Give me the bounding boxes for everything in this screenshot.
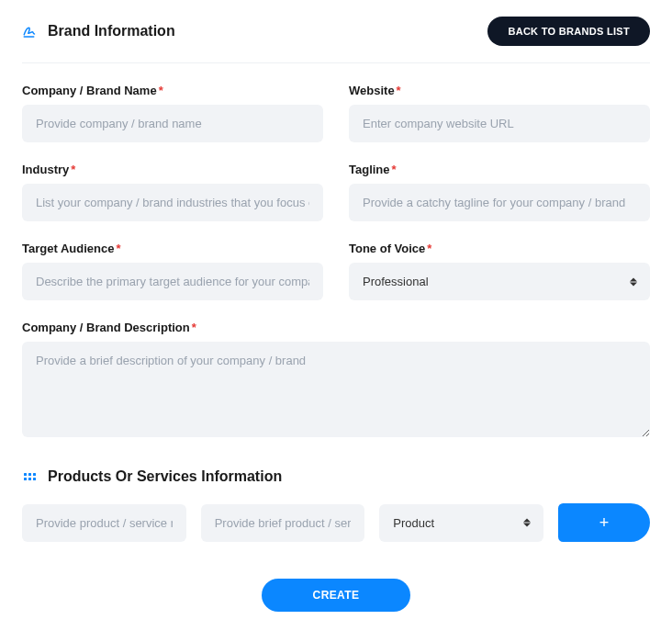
create-row: CREATE bbox=[22, 579, 650, 612]
website-input[interactable] bbox=[349, 105, 650, 142]
products-section-title: Products Or Services Information bbox=[48, 468, 282, 485]
label-text: Tone of Voice bbox=[349, 242, 425, 255]
label-tone: Tone of Voice* bbox=[349, 242, 650, 255]
label-text: Company / Brand Name bbox=[22, 84, 157, 97]
svg-rect-0 bbox=[24, 473, 27, 476]
required-marker: * bbox=[159, 84, 163, 97]
product-name-input[interactable] bbox=[22, 504, 186, 542]
brand-form: Company / Brand Name* Website* Industry*… bbox=[22, 84, 650, 437]
create-button[interactable]: CREATE bbox=[262, 579, 411, 612]
signature-icon bbox=[22, 23, 39, 39]
svg-rect-3 bbox=[24, 478, 27, 480]
description-textarea[interactable] bbox=[22, 342, 650, 437]
plus-icon: + bbox=[599, 513, 610, 533]
header-left: Brand Information bbox=[22, 23, 175, 39]
label-company-name: Company / Brand Name* bbox=[22, 84, 323, 97]
tone-select[interactable]: Professional bbox=[349, 263, 650, 300]
required-marker: * bbox=[392, 163, 397, 176]
back-to-brands-button[interactable]: BACK TO BRANDS LIST bbox=[487, 17, 650, 46]
label-text: Target Audience bbox=[22, 242, 114, 255]
svg-rect-4 bbox=[28, 478, 31, 480]
required-marker: * bbox=[71, 163, 75, 176]
label-tagline: Tagline* bbox=[349, 163, 650, 176]
field-tagline: Tagline* bbox=[349, 163, 650, 221]
sort-icon bbox=[630, 277, 637, 286]
required-marker: * bbox=[116, 242, 120, 255]
label-description: Company / Brand Description* bbox=[22, 321, 650, 334]
label-text: Industry bbox=[22, 163, 69, 176]
sort-icon bbox=[523, 519, 531, 527]
add-product-button[interactable]: + bbox=[558, 503, 650, 542]
svg-rect-5 bbox=[33, 478, 36, 480]
product-type-select[interactable]: Product bbox=[379, 504, 543, 542]
tagline-input[interactable] bbox=[349, 184, 650, 221]
required-marker: * bbox=[427, 242, 431, 255]
field-audience: Target Audience* bbox=[22, 242, 323, 300]
grid-icon bbox=[22, 468, 39, 485]
required-marker: * bbox=[192, 321, 196, 334]
field-company-name: Company / Brand Name* bbox=[22, 84, 323, 142]
page-title: Brand Information bbox=[48, 23, 175, 39]
label-text: Company / Brand Description bbox=[22, 321, 190, 334]
field-website: Website* bbox=[349, 84, 650, 142]
form-container: Brand Information BACK TO BRANDS LIST Co… bbox=[0, 0, 672, 634]
industry-input[interactable] bbox=[22, 184, 323, 221]
field-description: Company / Brand Description* bbox=[22, 321, 650, 437]
svg-rect-2 bbox=[33, 473, 36, 476]
field-tone: Tone of Voice* Professional bbox=[349, 242, 650, 300]
tone-selected-value: Professional bbox=[349, 263, 650, 300]
label-audience: Target Audience* bbox=[22, 242, 323, 255]
svg-rect-1 bbox=[28, 473, 31, 476]
field-industry: Industry* bbox=[22, 163, 323, 221]
products-section-header: Products Or Services Information bbox=[22, 468, 650, 485]
product-desc-input[interactable] bbox=[201, 504, 365, 542]
label-industry: Industry* bbox=[22, 163, 323, 176]
audience-input[interactable] bbox=[22, 263, 323, 300]
brand-info-header: Brand Information BACK TO BRANDS LIST bbox=[22, 17, 650, 63]
label-text: Website bbox=[349, 84, 395, 97]
product-row: Product + bbox=[22, 503, 650, 542]
label-website: Website* bbox=[349, 84, 650, 97]
required-marker: * bbox=[397, 84, 401, 97]
company-name-input[interactable] bbox=[22, 105, 323, 142]
product-type-selected-value: Product bbox=[379, 504, 543, 542]
label-text: Tagline bbox=[349, 163, 390, 176]
